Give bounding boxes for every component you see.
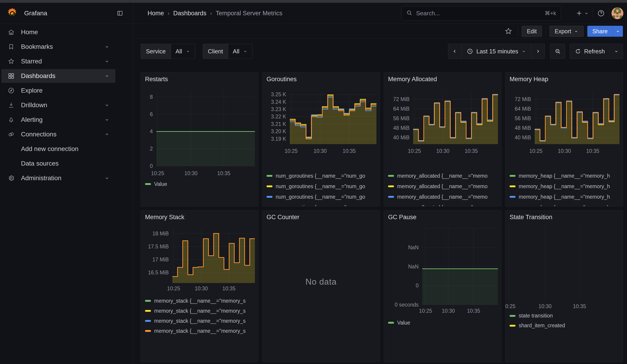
chart-canvas[interactable]: 10:2510:3010:35 <box>506 210 623 362</box>
client-variable: Client All <box>203 44 252 59</box>
search-input[interactable] <box>416 9 545 17</box>
legend-item[interactable]: num_goroutines {__name__="num_go <box>266 192 378 202</box>
legend-item[interactable]: Value <box>145 179 257 189</box>
help-icon[interactable] <box>595 7 607 19</box>
legend-item[interactable]: memory_allocated {__name__="memo <box>388 171 500 181</box>
service-variable-value[interactable]: All <box>171 44 195 59</box>
brand-name: Grafana <box>24 9 47 17</box>
svg-text:0: 0 <box>150 163 153 169</box>
sidebar-item-bookmarks[interactable]: Bookmarks <box>1 40 115 53</box>
svg-text:10:25: 10:25 <box>529 148 543 154</box>
svg-text:64 MiB: 64 MiB <box>393 106 410 112</box>
svg-text:4: 4 <box>150 128 153 134</box>
breadcrumb-dashboards[interactable]: Dashboards <box>173 10 207 17</box>
svg-text:17.5 MiB: 17.5 MiB <box>148 244 169 250</box>
svg-text:16.5 MiB: 16.5 MiB <box>148 270 169 275</box>
refresh-interval-dropdown[interactable] <box>610 44 623 59</box>
sidebar-item-starred[interactable]: Starred <box>1 54 115 68</box>
legend-item[interactable]: memory_allocated {__name__="memo <box>388 202 500 207</box>
legend-label: memory_stack {__name__="memory_s <box>154 308 246 314</box>
svg-text:NaN: NaN <box>408 264 418 270</box>
legend-label: memory_stack {__name__="memory_s <box>154 318 246 324</box>
dashboard-controls-row: Service All Client All Last 15 minutes <box>133 39 627 64</box>
time-range-picker[interactable]: Last 15 minutes <box>462 44 531 59</box>
legend-item[interactable]: num_goroutines {__name__="num_go <box>266 171 378 181</box>
legend-item[interactable]: num_goroutines {__name__="num_go <box>266 202 378 207</box>
share-button[interactable]: Share <box>587 26 613 37</box>
svg-text:10:25: 10:25 <box>167 286 180 292</box>
legend-item[interactable]: memory_allocated {__name__="memo <box>388 192 500 202</box>
legend-item[interactable]: memory_heap {__name__="memory_h <box>510 171 621 181</box>
time-shift-back-button[interactable] <box>448 44 462 59</box>
chart-canvas[interactable]: 16.5 MiB17 MiB17.5 MiB18 MiB10:2510:3010… <box>141 210 258 362</box>
panel-memstack: Memory Stack16.5 MiB17 MiB17.5 MiB18 MiB… <box>141 210 258 362</box>
legend-item[interactable]: memory_heap {__name__="memory_h <box>510 181 621 192</box>
svg-text:10:30: 10:30 <box>558 148 571 154</box>
sidebar-item-label: Data sources <box>21 160 59 167</box>
export-button[interactable]: Export <box>549 26 584 37</box>
favorite-star-icon[interactable] <box>503 26 514 37</box>
sidebar-item-alerting[interactable]: Alerting <box>1 113 115 127</box>
svg-text:10:35: 10:35 <box>222 286 236 292</box>
panel-gccounter: GC CounterNo data <box>262 210 380 362</box>
chevron-up-icon <box>104 132 109 137</box>
legend-swatch <box>145 330 151 332</box>
toolbar-divider <box>546 26 546 36</box>
sidebar-item-explore[interactable]: Explore <box>1 84 115 97</box>
legend-item[interactable]: memory_stack {__name__="memory_s <box>145 306 257 316</box>
sidebar-item-label: Connections <box>21 131 56 138</box>
sidebar-collapse-icon[interactable] <box>115 8 125 18</box>
svg-text:0 seconds: 0 seconds <box>395 302 418 308</box>
svg-text:64 MiB: 64 MiB <box>515 106 531 112</box>
chart-canvas[interactable]: 0 seconds0NaNNaN10:2510:3010:35 <box>384 210 501 362</box>
share-dropdown-button[interactable] <box>613 26 623 37</box>
sidebar-item-label: Drilldown <box>21 102 47 109</box>
client-variable-value[interactable]: All <box>228 44 252 59</box>
sidebar-item-label: Home <box>21 29 38 36</box>
user-avatar[interactable] <box>612 7 623 19</box>
sidebar-item-drilldown[interactable]: Drilldown <box>1 98 115 112</box>
sidebar-item-add-new-connection[interactable]: Add new connection <box>1 142 115 156</box>
edit-button[interactable]: Edit <box>522 26 542 37</box>
bell-icon <box>8 116 15 123</box>
drilldown-icon <box>8 102 15 108</box>
time-shift-forward-button[interactable] <box>531 44 544 59</box>
chart-legend: state transitionshard_item_created <box>510 311 621 330</box>
sidebar-item-administration[interactable]: Administration <box>1 171 115 185</box>
legend-item[interactable]: memory_allocated {__name__="memo <box>388 181 500 192</box>
legend-swatch <box>145 320 151 322</box>
legend-item[interactable]: shard_item_created <box>510 321 621 330</box>
sidebar-item-dashboards[interactable]: Dashboards <box>1 69 115 83</box>
legend-label: memory_heap {__name__="memory_h <box>519 183 610 190</box>
svg-text:17 MiB: 17 MiB <box>152 257 169 262</box>
breadcrumb-separator: › <box>210 10 212 17</box>
link-icon <box>8 131 15 138</box>
svg-text:10:35: 10:35 <box>465 148 478 154</box>
search-input-wrap: ⌘+k <box>401 6 561 20</box>
legend-item[interactable]: memory_stack {__name__="memory_s <box>145 326 257 336</box>
legend-item[interactable]: memory_stack {__name__="memory_s <box>145 316 257 326</box>
legend-swatch <box>266 175 272 177</box>
legend-item[interactable]: memory_heap {__name__="memory_h <box>510 192 621 202</box>
legend-swatch <box>388 175 394 177</box>
refresh-group: Refresh <box>570 44 623 59</box>
grafana-logo-icon[interactable] <box>7 7 18 19</box>
legend-item[interactable]: memory_heap {__name__="memory_h <box>510 202 621 207</box>
legend-item[interactable]: memory_stack {__name__="memory_s <box>145 296 257 306</box>
svg-text:40 MiB: 40 MiB <box>393 135 410 141</box>
legend-item[interactable]: num_goroutines {__name__="num_go <box>266 181 378 192</box>
zoom-out-icon[interactable] <box>550 44 565 59</box>
sidebar-item-data-sources[interactable]: Data sources <box>1 157 115 170</box>
panel-title[interactable]: GC Counter <box>266 214 299 221</box>
breadcrumb-home[interactable]: Home <box>148 10 164 17</box>
refresh-button[interactable]: Refresh <box>570 44 610 59</box>
svg-text:3.23 K: 3.23 K <box>271 106 286 112</box>
service-variable-label: Service <box>141 44 171 59</box>
legend-item[interactable]: state transition <box>510 311 621 321</box>
sidebar-item-home[interactable]: Home <box>1 25 115 39</box>
new-dropdown-button[interactable] <box>574 8 590 19</box>
sidebar-item-connections[interactable]: Connections <box>1 127 115 141</box>
sidebar-item-label: Administration <box>21 174 61 182</box>
legend-item[interactable]: Value <box>388 318 500 328</box>
legend-swatch <box>266 196 272 198</box>
